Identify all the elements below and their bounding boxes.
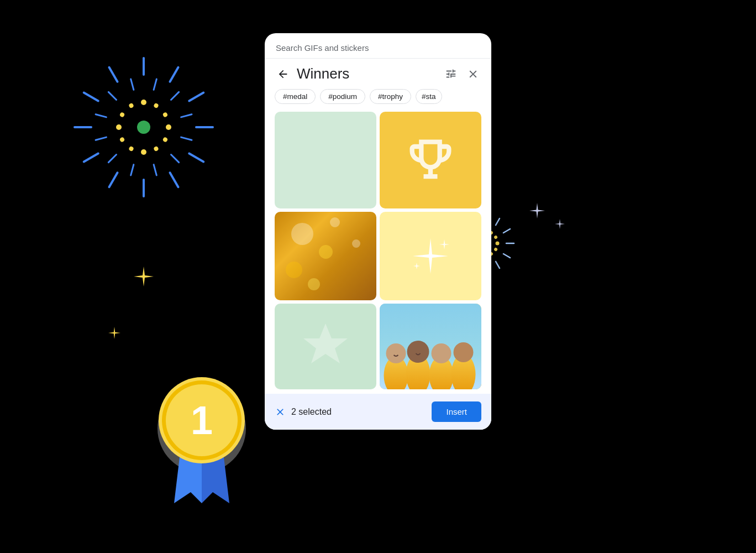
bottom-bar: 2 selected Insert <box>265 394 491 430</box>
svg-line-11 <box>109 67 118 82</box>
medal-decoration: 1 <box>138 354 265 498</box>
svg-point-34 <box>119 112 125 118</box>
svg-point-75 <box>432 343 452 363</box>
close-button[interactable] <box>465 66 481 82</box>
sparkle-white-decoration-2 <box>554 218 565 232</box>
svg-point-26 <box>162 112 169 118</box>
back-button[interactable] <box>275 66 291 82</box>
insert-button[interactable]: Insert <box>432 401 481 422</box>
svg-point-71 <box>386 343 406 363</box>
svg-point-31 <box>128 146 134 152</box>
svg-point-65 <box>159 377 245 463</box>
modal-title: Winners <box>297 65 349 82</box>
svg-marker-63 <box>174 434 202 503</box>
svg-point-29 <box>153 146 159 152</box>
search-header-text: Search GIFs and stickers <box>276 43 369 53</box>
svg-line-10 <box>84 93 98 101</box>
svg-line-18 <box>131 165 134 175</box>
svg-marker-64 <box>202 434 229 503</box>
sparkle-yellow-decoration-2 <box>108 326 121 342</box>
svg-point-35 <box>128 103 134 109</box>
svg-point-27 <box>166 124 171 130</box>
svg-line-23 <box>131 79 134 90</box>
filter-button[interactable] <box>443 66 459 82</box>
svg-line-4 <box>189 154 203 162</box>
selected-count-text: 2 selected <box>291 407 332 417</box>
nav-left: Winners <box>275 65 349 82</box>
svg-line-41 <box>503 254 510 258</box>
svg-line-22 <box>108 92 116 100</box>
tag-trophy[interactable]: #trophy <box>370 89 411 104</box>
selected-info: 2 selected <box>275 406 332 418</box>
svg-line-38 <box>496 218 500 225</box>
svg-line-1 <box>170 67 179 82</box>
sparkle-yellow-decoration-1 <box>133 265 155 290</box>
svg-line-13 <box>171 92 179 100</box>
clear-selection-button[interactable] <box>275 406 286 418</box>
svg-point-32 <box>119 137 125 143</box>
tag-medal[interactable]: #medal <box>275 89 316 104</box>
grid-cell-team[interactable] <box>380 304 481 389</box>
svg-line-17 <box>154 165 156 175</box>
svg-point-66 <box>162 380 242 460</box>
image-grid <box>265 112 491 394</box>
svg-point-51 <box>494 235 498 239</box>
svg-point-73 <box>407 341 429 363</box>
svg-point-28 <box>162 137 169 143</box>
grid-cell-mint[interactable] <box>275 112 376 208</box>
svg-line-21 <box>96 114 106 117</box>
svg-point-67 <box>166 384 238 456</box>
nav-right <box>443 66 481 82</box>
svg-line-19 <box>108 154 116 162</box>
svg-line-14 <box>181 114 192 117</box>
svg-point-62 <box>158 384 246 473</box>
svg-line-20 <box>96 137 106 140</box>
svg-line-16 <box>171 154 179 162</box>
modal-nav: Winners <box>265 59 491 89</box>
svg-point-30 <box>141 149 146 155</box>
svg-line-7 <box>109 173 118 187</box>
grid-cell-trophy[interactable] <box>380 112 481 208</box>
svg-text:1: 1 <box>191 398 213 442</box>
sparkle-white-decoration-1 <box>528 202 546 222</box>
tags-row: #medal #podium #trophy #sta <box>265 89 491 112</box>
svg-point-36 <box>137 121 150 134</box>
svg-point-25 <box>153 103 159 109</box>
grid-cell-sparkles[interactable] <box>380 212 481 300</box>
svg-point-24 <box>141 100 146 105</box>
svg-point-33 <box>116 124 122 130</box>
blue-starburst-decoration <box>72 55 216 199</box>
svg-point-53 <box>494 247 498 252</box>
svg-line-8 <box>84 154 98 162</box>
svg-line-39 <box>503 229 510 233</box>
svg-point-52 <box>496 242 500 246</box>
svg-line-15 <box>181 137 192 140</box>
tag-podium[interactable]: #podium <box>320 89 365 104</box>
svg-line-12 <box>154 79 156 90</box>
tag-star[interactable]: #sta <box>416 89 442 104</box>
svg-line-2 <box>189 93 203 101</box>
search-header: Search GIFs and stickers <box>265 33 491 59</box>
gif-sticker-modal: Search GIFs and stickers Winners <box>265 33 491 430</box>
svg-line-42 <box>496 262 500 268</box>
grid-cell-bokeh[interactable] <box>275 212 376 300</box>
svg-line-5 <box>170 173 179 187</box>
svg-point-77 <box>454 342 474 362</box>
grid-cell-star[interactable] <box>275 304 376 389</box>
